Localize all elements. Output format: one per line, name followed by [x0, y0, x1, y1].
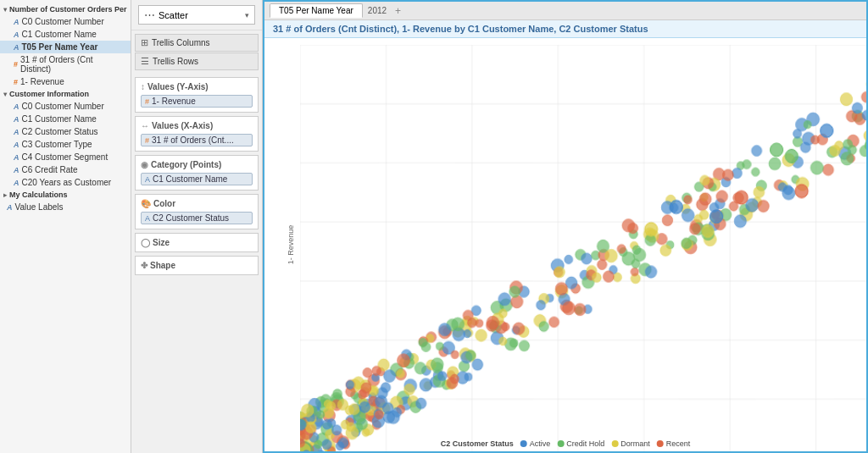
drop-zone-size[interactable]: ◯ Size: [135, 233, 259, 252]
dim-icon: A: [14, 179, 19, 187]
category-header: ◉ Category (Points): [138, 158, 255, 171]
sidebar-item-c4[interactable]: A C4 Customer Segment: [0, 151, 131, 163]
sidebar-item-c3[interactable]: A C3 Customer Type: [0, 138, 131, 151]
shape-header: ✤ Shape: [138, 259, 255, 272]
xaxis-item-label: 31 # of Orders (Cnt....: [152, 135, 234, 145]
sidebar-item-c0b[interactable]: A C0 Customer Number: [0, 100, 131, 113]
sidebar-item-1-revenue[interactable]: # 1- Revenue: [0, 75, 131, 88]
legend-dot-active: [520, 440, 527, 447]
dim-icon: A: [145, 214, 150, 223]
legend-dot-dormant: [611, 440, 618, 447]
dim-icon: A: [14, 43, 19, 52]
shape-label: Shape: [150, 261, 175, 270]
yaxis-item-label: 1- Revenue: [152, 97, 196, 106]
sidebar-item-c1b[interactable]: A C1 Customer Name: [0, 113, 131, 125]
size-header: ◯ Size: [138, 236, 255, 249]
sidebar-item-value-labels[interactable]: A Value Labels: [0, 201, 131, 213]
color-item-label: C2 Customer Status: [153, 213, 229, 223]
legend-label-dormant: Dormant: [620, 439, 650, 448]
shape-icon: ✤: [141, 261, 147, 270]
sidebar-item-label: C1 Customer Name: [22, 30, 97, 39]
legend-item-credhold: Credit Hold: [557, 439, 604, 448]
sidebar-item-c0-customer-number[interactable]: A C0 Customer Number: [0, 15, 131, 28]
drop-zone-shape[interactable]: ✤ Shape: [135, 256, 259, 275]
dim-icon: A: [14, 153, 19, 162]
category-item[interactable]: A C1 Customer Name: [141, 173, 253, 185]
scatter-icon: ⋯: [144, 8, 155, 21]
sidebar-item-t05-per-name-year[interactable]: A T05 Per Name Year: [0, 41, 131, 53]
sidebar-item-label: Value Labels: [15, 202, 64, 212]
category-item-label: C1 Customer Name: [153, 174, 227, 184]
measure-icon: #: [14, 78, 18, 86]
xaxis-icon: ↔: [141, 121, 149, 130]
dropdown-arrow-icon: ▾: [245, 11, 249, 19]
legend-label-recent: Recent: [666, 439, 691, 448]
sidebar-item-c20[interactable]: A C20 Years as Customer: [0, 176, 131, 189]
category-label: Category (Points): [151, 160, 221, 169]
legend-dot-credhold: [557, 440, 564, 447]
chart-type-label: Scatter: [159, 10, 242, 20]
size-label: Size: [153, 238, 170, 247]
drop-zone-yaxis[interactable]: ↕ Values (Y-Axis) # 1- Revenue: [135, 77, 259, 113]
xaxis-label: Values (X-Axis): [152, 121, 213, 130]
measure-icon: #: [14, 60, 18, 69]
drop-zone-xaxis[interactable]: ↔ Values (X-Axis) # 31 # of Orders (Cnt.…: [135, 116, 259, 152]
category-icon: ◉: [141, 160, 148, 169]
sidebar-item-label: 31 # of Orders (Cnt Distinct): [20, 55, 124, 74]
sidebar-section-mycalc[interactable]: ▸ My Calculations: [0, 189, 131, 201]
sidebar-item-label: C1 Customer Name: [22, 114, 97, 124]
trellis-columns-label: Trellis Columns: [152, 38, 210, 47]
legend-item-dormant: Dormant: [611, 439, 650, 448]
chart-type-dropdown[interactable]: ⋯ Scatter ▾: [138, 5, 255, 25]
sidebar-section-custinfo[interactable]: ▾ Customer Information: [0, 88, 131, 100]
sidebar-section-orders[interactable]: ▾ Number of Customer Orders Per: [0, 3, 131, 15]
xaxis-item[interactable]: # 31 # of Orders (Cnt....: [141, 134, 253, 146]
dim-icon: A: [7, 203, 13, 212]
trellis-rows-icon: ☰: [141, 56, 149, 67]
section-label-custinfo: Customer Information: [9, 90, 89, 98]
yaxis-header: ↕ Values (Y-Axis): [138, 80, 255, 93]
yaxis-item[interactable]: # 1- Revenue: [141, 95, 253, 108]
sidebar: ▾ Number of Customer Orders Per A C0 Cus…: [0, 0, 131, 453]
trellis-columns-button[interactable]: ⊞ Trellis Columns: [135, 34, 259, 52]
main-chart-area: T05 Per Name Year 2012 + 31 # of Orders …: [263, 0, 868, 453]
tab-bar: T05 Per Name Year 2012 +: [264, 2, 866, 20]
dim-icon: A: [14, 30, 19, 39]
y-axis-label: 1- Revenue: [287, 225, 295, 265]
dim-icon: A: [14, 18, 19, 26]
tab-add-button[interactable]: +: [392, 5, 404, 17]
color-header: 🎨 Color: [138, 197, 255, 210]
sidebar-item-label: C2 Customer Status: [22, 127, 98, 136]
sidebar-item-31-orders[interactable]: # 31 # of Orders (Cnt Distinct): [0, 53, 131, 75]
sidebar-item-c1-customer-name[interactable]: A C1 Customer Name: [0, 28, 131, 41]
color-icon: 🎨: [141, 199, 151, 208]
sidebar-item-c6[interactable]: A C6 Credit Rate: [0, 163, 131, 176]
tab-t05[interactable]: T05 Per Name Year: [270, 3, 363, 18]
sidebar-item-label: C0 Customer Number: [22, 102, 104, 111]
size-icon: ◯: [141, 238, 150, 247]
trellis-rows-label: Trellis Rows: [153, 57, 198, 66]
section-label-orders: Number of Customer Orders Per: [9, 5, 127, 14]
chart-legend: C2 Customer Status Active Credit Hold Do…: [441, 439, 691, 448]
sidebar-item-label: C3 Customer Type: [22, 140, 92, 149]
xaxis-header: ↔ Values (X-Axis): [138, 119, 255, 132]
trellis-rows-button[interactable]: ☰ Trellis Rows: [135, 52, 259, 70]
chart-title: 31 # of Orders (Cnt Distinct), 1- Revenu…: [264, 20, 866, 38]
section-arrow-custinfo: ▾: [3, 91, 7, 98]
section-arrow-mycalc: ▸: [3, 191, 7, 199]
sidebar-item-label: C4 Customer Segment: [22, 152, 108, 162]
dim-icon: A: [14, 115, 19, 124]
dim-icon: A: [14, 102, 19, 111]
scatter-plot: [300, 45, 866, 451]
sidebar-item-label: C6 Credit Rate: [22, 165, 78, 174]
sidebar-item-c2[interactable]: A C2 Customer Status: [0, 125, 131, 138]
sidebar-item-label: C20 Years as Customer: [22, 178, 112, 187]
measure-icon: #: [145, 97, 149, 106]
drop-zones: ↕ Values (Y-Axis) # 1- Revenue ↔ Values …: [131, 74, 262, 279]
tab-year: 2012: [364, 4, 390, 17]
color-item[interactable]: A C2 Customer Status: [141, 212, 253, 224]
color-label: Color: [153, 199, 175, 208]
drop-zone-category[interactable]: ◉ Category (Points) A C1 Customer Name: [135, 155, 259, 191]
drop-zone-color[interactable]: 🎨 Color A C2 Customer Status: [135, 194, 259, 229]
trellis-buttons: ⊞ Trellis Columns ☰ Trellis Rows: [131, 30, 262, 74]
